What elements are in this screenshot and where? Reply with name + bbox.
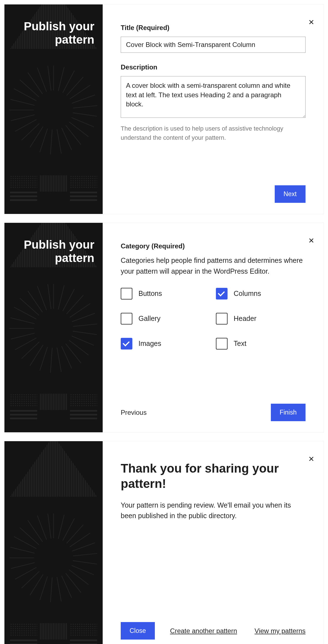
close-icon[interactable]: ✕ bbox=[307, 236, 316, 245]
modal-content: ✕ Category (Required) Categories help pe… bbox=[103, 223, 324, 432]
category-label: Text bbox=[234, 340, 246, 348]
svg-point-68 bbox=[34, 309, 73, 348]
close-icon[interactable]: ✕ bbox=[307, 18, 316, 27]
decorative-sunburst bbox=[9, 284, 98, 373]
svg-rect-33 bbox=[10, 199, 37, 201]
checkbox[interactable] bbox=[121, 313, 132, 325]
checkbox[interactable] bbox=[216, 313, 228, 325]
decorative-squares bbox=[10, 623, 97, 644]
decorative-squares bbox=[10, 386, 97, 428]
publish-modal-step-3: ✕ Thank you for sharing your pattern! Yo… bbox=[4, 441, 324, 644]
create-another-link[interactable]: Create another pattern bbox=[170, 627, 237, 635]
category-list: ButtonsColumnsGalleryHeaderImagesText bbox=[121, 288, 306, 350]
category-helper: Categories help people find patterns and… bbox=[121, 255, 306, 277]
description-helper: The description is used to help users of… bbox=[121, 124, 306, 142]
description-label: Description bbox=[121, 63, 306, 71]
svg-point-105 bbox=[34, 538, 73, 578]
svg-rect-107 bbox=[10, 640, 37, 641]
svg-rect-74 bbox=[70, 394, 97, 407]
modal-content: ✕ Title (Required) Description A cover b… bbox=[103, 4, 324, 214]
svg-rect-72 bbox=[10, 418, 37, 419]
svg-rect-71 bbox=[10, 414, 37, 416]
decorative-sunburst bbox=[9, 513, 98, 602]
svg-rect-32 bbox=[10, 196, 37, 197]
svg-rect-110 bbox=[70, 623, 97, 637]
modal-footer: Close Create another pattern View my pat… bbox=[121, 622, 306, 640]
thank-you-heading: Thank you for sharing your pattern! bbox=[121, 461, 306, 491]
svg-rect-31 bbox=[10, 192, 37, 193]
thank-you-body: Your pattern is pending review. We'll em… bbox=[121, 500, 306, 521]
next-button[interactable]: Next bbox=[275, 185, 306, 203]
decorative-triangle bbox=[9, 441, 98, 497]
svg-rect-109 bbox=[40, 623, 67, 640]
publish-modal-step-2: Publish your pattern ✕ Category (Require… bbox=[4, 223, 324, 433]
decorative-squares bbox=[10, 168, 97, 210]
svg-marker-78 bbox=[10, 441, 97, 497]
svg-rect-39 bbox=[70, 196, 97, 197]
category-label: Buttons bbox=[138, 289, 162, 298]
publish-modal-step-1: Publish your pattern ✕ Title (Required) … bbox=[4, 4, 324, 214]
svg-rect-69 bbox=[10, 394, 37, 407]
svg-rect-106 bbox=[10, 623, 37, 637]
decorative-sunburst bbox=[9, 66, 98, 154]
category-label: Gallery bbox=[138, 314, 160, 323]
modal-content: ✕ Thank you for sharing your pattern! Yo… bbox=[103, 441, 324, 644]
checkbox[interactable] bbox=[121, 338, 132, 350]
category-option-buttons[interactable]: Buttons bbox=[121, 288, 210, 299]
category-label: Columns bbox=[234, 289, 261, 298]
modal-footer: Next bbox=[121, 185, 306, 203]
svg-rect-40 bbox=[70, 199, 97, 201]
svg-rect-37 bbox=[70, 175, 97, 189]
modal-sidebar: Publish your pattern bbox=[4, 4, 103, 214]
title-label: Title (Required) bbox=[121, 24, 306, 32]
category-option-gallery[interactable]: Gallery bbox=[121, 313, 210, 325]
title-input[interactable] bbox=[121, 37, 306, 53]
checkbox[interactable] bbox=[121, 288, 132, 299]
category-option-columns[interactable]: Columns bbox=[216, 288, 306, 299]
view-patterns-link[interactable]: View my patterns bbox=[254, 627, 306, 635]
close-button[interactable]: Close bbox=[121, 622, 155, 640]
description-textarea[interactable]: A cover block with a semi-transparent co… bbox=[121, 76, 306, 118]
svg-rect-30 bbox=[10, 175, 37, 189]
sidebar-title: Publish your pattern bbox=[13, 20, 94, 47]
checkbox[interactable] bbox=[216, 338, 228, 350]
finish-button[interactable]: Finish bbox=[271, 404, 306, 421]
previous-button[interactable]: Previous bbox=[121, 409, 147, 416]
svg-rect-38 bbox=[70, 192, 97, 193]
checkbox[interactable] bbox=[216, 288, 228, 299]
category-option-text[interactable]: Text bbox=[216, 338, 306, 350]
category-option-images[interactable]: Images bbox=[121, 338, 210, 350]
modal-sidebar: Publish your pattern bbox=[4, 223, 103, 432]
svg-rect-35 bbox=[40, 175, 67, 192]
modal-sidebar bbox=[4, 441, 103, 644]
svg-point-28 bbox=[34, 91, 73, 130]
svg-rect-76 bbox=[70, 414, 97, 416]
close-icon[interactable]: ✕ bbox=[307, 455, 316, 463]
modal-footer: Previous Finish bbox=[121, 404, 306, 421]
category-label: Images bbox=[138, 340, 161, 348]
svg-rect-75 bbox=[70, 410, 97, 412]
sidebar-title: Publish your pattern bbox=[13, 238, 94, 265]
category-label: Header bbox=[234, 314, 256, 323]
svg-rect-111 bbox=[70, 640, 97, 641]
svg-rect-77 bbox=[70, 418, 97, 419]
svg-rect-70 bbox=[10, 410, 37, 412]
svg-rect-73 bbox=[40, 394, 67, 410]
category-option-header[interactable]: Header bbox=[216, 313, 306, 325]
category-label: Category (Required) bbox=[121, 242, 306, 250]
